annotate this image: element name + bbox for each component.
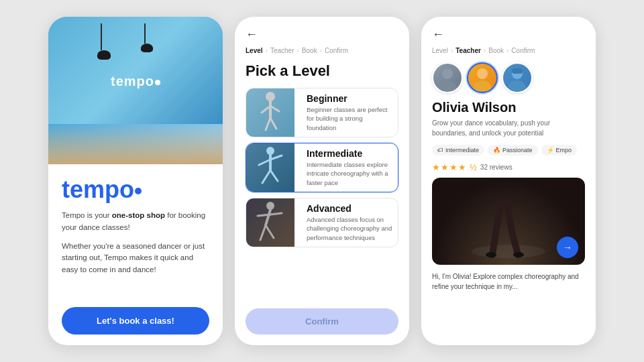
back-button[interactable]: ← (246, 27, 262, 42)
ceiling-bar-1 (101, 23, 102, 50)
advanced-image (246, 198, 294, 247)
next-button[interactable]: → (557, 237, 578, 258)
svg-point-21 (474, 80, 491, 91)
svg-line-15 (270, 213, 282, 215)
tag-passionate: 🔥 Passionate (488, 145, 538, 156)
teacher-avatar-3[interactable] (502, 62, 533, 93)
intermediate-desc: Intermediate classes explore intricate c… (307, 160, 392, 187)
beginner-photo (246, 88, 294, 137)
svg-line-5 (270, 118, 276, 129)
breadcrumb-confirm-t: Confirm (511, 47, 535, 54)
breadcrumb-teacher-screen: Level › Teacher › Book › Confirm (432, 47, 585, 54)
hero-floor (48, 124, 223, 164)
advanced-title: Advanced (307, 203, 392, 214)
brand-logo-large: tempo (62, 178, 209, 202)
logo-dot-large (135, 188, 142, 194)
avatar-face-2 (469, 64, 496, 91)
logo-dot (155, 80, 160, 85)
description-1: Tempo is your one-stop shop for booking … (62, 210, 209, 234)
intermediate-image (246, 143, 294, 192)
hero-image: tempo (48, 17, 223, 164)
svg-point-18 (442, 68, 453, 79)
star-half: ½ (470, 162, 478, 172)
svg-line-14 (258, 215, 270, 216)
teacher-avatar-1[interactable] (432, 62, 463, 93)
dancer-silhouette-intermediate (252, 146, 289, 190)
beginner-image (246, 88, 294, 137)
intermediate-photo (246, 143, 294, 192)
teacher-tags: 🏷 Intermediate 🔥 Passionate ⚡ Empo (432, 145, 585, 156)
advanced-photo (246, 198, 294, 247)
svg-line-9 (270, 156, 282, 160)
level-intermediate-card[interactable]: Intermediate Intermediate classes explor… (246, 143, 398, 192)
breadcrumb-teacher: Teacher (270, 47, 294, 54)
svg-line-16 (260, 225, 266, 240)
description-2: Whether you're a seasoned dancer or just… (62, 241, 209, 276)
svg-point-0 (266, 92, 275, 101)
level-beginner-card[interactable]: Beginner Beginner classes are perfect fo… (246, 88, 398, 137)
star-filled: ★★★★ (432, 162, 467, 172)
beginner-desc: Beginner classes are perfect for buildin… (307, 105, 392, 132)
ceiling-bar-2 (144, 23, 146, 44)
lamp-2 (141, 44, 153, 52)
svg-point-27 (513, 252, 524, 257)
dancer-silhouette-beginner (254, 91, 287, 135)
tag-empo: ⚡ Empo (541, 145, 578, 156)
breadcrumb-confirm: Confirm (325, 47, 348, 54)
book-class-button[interactable]: Let's book a class! (62, 307, 209, 335)
beginner-title: Beginner (307, 93, 392, 104)
avatar-face-3 (504, 64, 531, 91)
review-count: 32 reviews (480, 164, 513, 171)
svg-rect-24 (512, 68, 523, 74)
teacher-avatars (432, 62, 585, 93)
teacher-legs-silhouette (468, 184, 549, 258)
breadcrumb: Level › Teacher › Book › Confirm (246, 47, 398, 54)
svg-line-11 (270, 170, 278, 181)
teacher-intro-text: Hi, I'm Olivia! Explore complex choreogr… (432, 272, 585, 292)
advanced-content: Advanced Advanced classes focus on chall… (301, 199, 398, 246)
page-title: Pick a Level (246, 62, 398, 80)
tag-intermediate: 🏷 Intermediate (432, 145, 484, 156)
dancer-silhouette-advanced (252, 201, 289, 245)
tag-icon-empo: ⚡ (547, 147, 554, 154)
hero-logo: tempo (111, 74, 160, 89)
intermediate-content: Intermediate Intermediate classes explor… (301, 144, 398, 191)
teacher-name: Olivia Wilson (432, 100, 585, 115)
teacher-bio: Grow your dance vocabulary, push your bo… (432, 118, 585, 138)
splash-screen: tempo tempo Tempo is your one-stop shop … (48, 17, 223, 345)
avatar-face-1 (434, 64, 461, 91)
beginner-content: Beginner Beginner classes are perfect fo… (301, 89, 398, 136)
breadcrumb-level: Level (246, 47, 263, 54)
breadcrumb-book-t: Book (488, 47, 504, 54)
teacher-avatar-2-selected[interactable] (467, 62, 498, 93)
breadcrumb-teacher-t: Teacher (455, 47, 481, 54)
splash-body: tempo Tempo is your one-stop shop for bo… (48, 164, 223, 345)
intermediate-title: Intermediate (307, 148, 392, 159)
svg-line-4 (266, 118, 270, 130)
hero-wall (48, 17, 223, 124)
svg-point-20 (477, 68, 488, 79)
level-advanced-card[interactable]: Advanced Advanced classes focus on chall… (246, 198, 398, 247)
svg-point-26 (486, 252, 496, 257)
tag-label-empo: Empo (556, 147, 572, 154)
breadcrumb-book: Book (302, 47, 317, 54)
svg-point-23 (508, 80, 526, 91)
svg-line-8 (259, 160, 270, 165)
svg-line-10 (262, 170, 270, 183)
tag-icon-passionate: 🔥 (493, 147, 500, 154)
svg-point-25 (472, 245, 545, 258)
back-button-teacher[interactable]: ← (432, 27, 448, 42)
pick-level-screen: ← Level › Teacher › Book › Confirm Pick … (235, 17, 409, 345)
svg-point-19 (439, 80, 456, 91)
teacher-photo: → (432, 178, 585, 265)
advanced-desc: Advanced classes focus on challenging ch… (307, 215, 392, 242)
lamp-1 (97, 50, 111, 60)
tag-icon-intermediate: 🏷 (437, 147, 443, 154)
rating-row: ★★★★½ 32 reviews (432, 162, 585, 172)
svg-line-13 (266, 210, 270, 225)
confirm-button[interactable]: Confirm (246, 308, 398, 335)
breadcrumb-level-t: Level (432, 47, 448, 54)
svg-line-17 (266, 225, 274, 238)
tag-label-intermediate: Intermediate (445, 147, 479, 154)
tag-label-passionate: Passionate (502, 147, 533, 154)
